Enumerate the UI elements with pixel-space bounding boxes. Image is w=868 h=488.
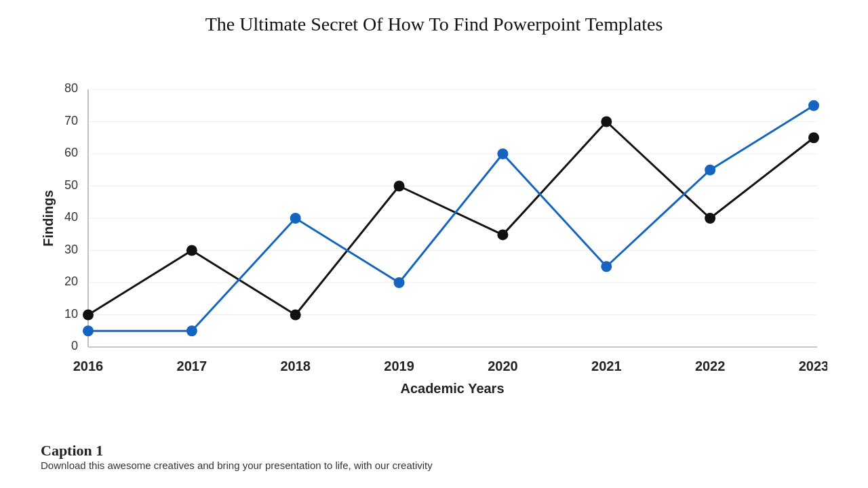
blue-dot-2023 xyxy=(808,100,819,111)
svg-text:80: 80 xyxy=(64,81,78,95)
blue-dot-2021 xyxy=(601,261,612,272)
svg-text:Findings: Findings xyxy=(41,190,56,246)
caption-title: Caption 1 xyxy=(41,442,827,460)
svg-text:2017: 2017 xyxy=(177,359,208,373)
svg-text:2022: 2022 xyxy=(695,359,726,373)
black-dot-2018 xyxy=(290,310,301,321)
svg-text:2023: 2023 xyxy=(799,359,827,373)
chart-title: The Ultimate Secret Of How To Find Power… xyxy=(41,14,827,35)
svg-text:60: 60 xyxy=(64,146,78,159)
blue-dot-2017 xyxy=(186,325,197,336)
blue-dot-2019 xyxy=(394,277,405,288)
svg-text:40: 40 xyxy=(64,210,78,224)
svg-text:2016: 2016 xyxy=(73,359,104,373)
svg-text:2021: 2021 xyxy=(591,359,622,373)
blue-dot-2020 xyxy=(497,148,508,159)
black-dot-2021 xyxy=(601,117,612,127)
black-dot-2016 xyxy=(83,310,94,321)
svg-text:Academic Years: Academic Years xyxy=(400,381,504,396)
svg-text:50: 50 xyxy=(64,178,78,192)
black-dot-2022 xyxy=(705,213,715,224)
svg-text:2020: 2020 xyxy=(488,359,518,373)
svg-text:20: 20 xyxy=(64,274,78,288)
blue-dot-2016 xyxy=(83,325,94,336)
blue-dot-2018 xyxy=(290,213,301,224)
svg-text:70: 70 xyxy=(64,114,78,127)
chart-area: 0 10 20 30 40 50 60 70 80 Findings 2016 … xyxy=(41,42,827,435)
chart-container: 0 10 20 30 40 50 60 70 80 Findings 2016 … xyxy=(41,42,827,435)
chart-svg: 0 10 20 30 40 50 60 70 80 Findings 2016 … xyxy=(41,42,827,435)
black-dot-2023 xyxy=(808,132,819,143)
svg-text:2019: 2019 xyxy=(384,359,414,373)
caption-area: Caption 1 Download this awesome creative… xyxy=(41,435,827,474)
blue-dot-2022 xyxy=(705,165,715,176)
black-dot-2020 xyxy=(497,229,508,240)
svg-text:2018: 2018 xyxy=(280,359,311,373)
svg-text:0: 0 xyxy=(71,339,78,352)
svg-text:10: 10 xyxy=(64,307,78,321)
svg-text:30: 30 xyxy=(64,243,78,256)
black-dot-2019 xyxy=(394,181,405,192)
caption-text: Download this awesome creatives and brin… xyxy=(41,460,827,471)
black-dot-2017 xyxy=(186,245,197,256)
page: The Ultimate Secret Of How To Find Power… xyxy=(0,0,868,488)
